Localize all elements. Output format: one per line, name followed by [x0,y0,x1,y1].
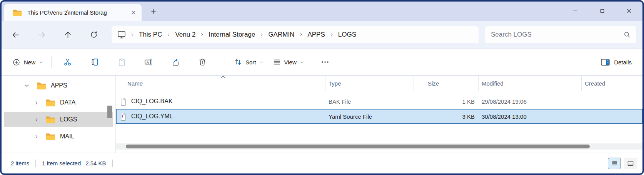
view-button[interactable]: View [268,55,309,69]
file-type: BAK File [325,98,414,105]
more-button[interactable] [317,54,333,70]
tab-close-icon[interactable] [128,7,138,18]
paste-icon [117,58,126,67]
refresh-icon [90,30,98,39]
cut-button[interactable] [59,54,77,70]
item-count: 2 items [11,160,29,167]
details-view-toggle[interactable] [608,158,621,169]
refresh-button[interactable] [85,27,102,42]
command-bar: New A Sort View [2,49,642,76]
maximize-icon [599,8,605,14]
navigation-pane: APPS DATA LOGS MAIL [2,76,116,153]
copy-icon [90,58,99,67]
search-box[interactable] [485,26,636,43]
file-type: Yaml Source File [325,113,414,120]
search-input[interactable] [490,30,623,39]
column-headers: Name Type Size Modified Created [120,76,642,91]
breadcrumb-chevron-icon[interactable] [200,32,204,37]
forward-button [33,27,50,42]
minimize-icon [572,8,578,14]
folder-icon [45,132,55,141]
breadcrumb-internal-storage[interactable]: Internal Storage [205,31,259,39]
yml-file-icon: ! [120,112,127,121]
sidebar-item-data[interactable]: DATA [4,95,113,110]
main-area: APPS DATA LOGS MAIL [2,76,642,153]
status-divider [35,160,36,167]
sidebar-item-mail[interactable]: MAIL [4,129,113,144]
file-explorer-window: This PC\Venu 2\Internal Storag [0,0,644,175]
share-button[interactable] [167,54,184,70]
copy-button[interactable] [86,54,103,70]
column-header-size[interactable]: Size [414,76,479,91]
breadcrumb-chevron-icon[interactable] [329,32,334,37]
toolbar-separator [51,56,52,68]
sort-button[interactable]: Sort [229,55,268,69]
folder-icon [12,8,22,17]
file-size: 1 KB [414,98,479,105]
horizontal-scrollbar[interactable] [116,143,642,150]
chevron-right-icon[interactable] [32,117,40,122]
ellipsis-icon [320,57,330,67]
details-pane-button[interactable]: Details [599,54,633,70]
delete-button[interactable] [194,54,211,70]
breadcrumb-chevron-icon[interactable] [259,32,264,37]
navigation-bar: This PC Venu 2 Internal Storage GARMIN A… [2,21,642,49]
close-icon [626,8,632,14]
new-tab-button[interactable] [147,5,160,18]
address-bar[interactable]: This PC Venu 2 Internal Storage GARMIN A… [112,26,479,43]
status-divider [112,160,113,167]
arrow-right-icon [37,30,46,39]
breadcrumb-chevron-icon[interactable] [166,32,171,37]
tab-title: This PC\Venu 2\Internal Storag [27,9,128,16]
tab-bar: This PC\Venu 2\Internal Storag [2,2,642,21]
icons-view-icon [627,160,634,167]
rename-icon: A [144,57,153,67]
chevron-down-icon[interactable] [23,83,31,88]
breadcrumb-apps[interactable]: APPS [304,31,328,39]
column-header-type[interactable]: Type [325,76,414,91]
folder-icon [45,115,55,124]
sidebar-item-label: MAIL [60,133,74,140]
file-row-ciq-log-yml[interactable]: ! CIQ_LOG.YML Yaml Source File 3 KB 30/0… [116,109,642,124]
folder-icon [36,81,46,90]
toolbar-separator [225,56,225,68]
search-icon[interactable] [623,31,631,39]
chevron-right-icon[interactable] [32,134,40,139]
minimize-button[interactable] [566,3,584,19]
file-row-ciq-log-bak[interactable]: CIQ_LOG.BAK BAK File 1 KB 29/08/2024 19:… [116,94,642,109]
sort-icon [234,58,242,66]
breadcrumb-garmin[interactable]: GARMIN [265,31,298,39]
sort-ascending-icon [220,76,226,79]
file-modified: 30/08/2024 13:00 [479,113,582,120]
sidebar-scrollbar-thumb[interactable] [107,106,112,118]
icons-view-toggle[interactable] [624,158,637,169]
breadcrumb-this-pc[interactable]: This PC [135,31,165,39]
breadcrumb-venu-2[interactable]: Venu 2 [172,31,199,39]
column-header-modified[interactable]: Modified [479,76,582,91]
selection-count: 1 item selected [42,160,81,167]
maximize-button[interactable] [593,3,611,19]
explorer-tab[interactable]: This PC\Venu 2\Internal Storag [4,4,142,21]
file-name: CIQ_LOG.YML [131,113,173,120]
breadcrumb-chevron-icon[interactable] [299,32,303,37]
breadcrumb-chevron-icon[interactable] [130,32,135,37]
svg-text:!: ! [122,114,123,119]
horizontal-scrollbar-thumb[interactable] [126,145,590,148]
column-header-created[interactable]: Created [582,76,642,91]
details-view-icon [611,160,618,167]
up-button[interactable] [59,27,76,42]
chevron-down-icon [259,60,264,64]
trash-icon [198,58,207,66]
sidebar-item-logs[interactable]: LOGS [4,112,113,127]
close-button[interactable] [620,3,638,19]
chevron-right-icon[interactable] [32,100,40,105]
cut-icon [63,58,72,67]
new-button[interactable]: New [8,55,47,69]
breadcrumb-logs[interactable]: LOGS [335,31,360,39]
file-size: 3 KB [414,113,479,120]
rename-button[interactable]: A [140,54,157,70]
file-name: CIQ_LOG.BAK [131,98,173,105]
share-icon [171,58,180,67]
sidebar-item-apps[interactable]: APPS [4,78,113,93]
back-button[interactable] [7,27,24,42]
